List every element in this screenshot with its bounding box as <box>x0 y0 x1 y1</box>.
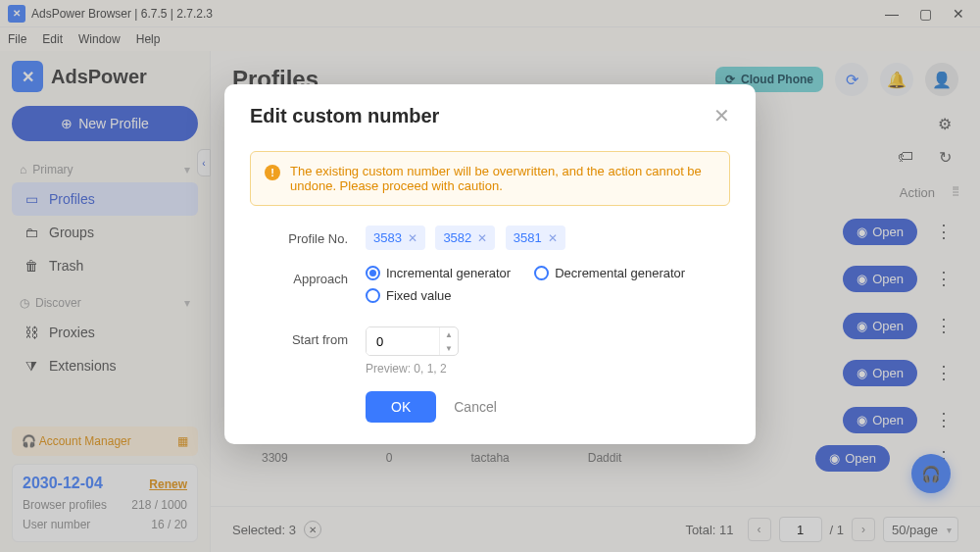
radio-fixed[interactable]: Fixed value <box>366 288 451 303</box>
radio-icon <box>366 266 380 280</box>
start-from-label: Start from <box>250 326 366 376</box>
remove-tag-button[interactable]: ✕ <box>408 231 417 245</box>
remove-tag-button[interactable]: ✕ <box>548 231 558 245</box>
warning-text: The existing custom number will be overw… <box>290 164 715 193</box>
profile-tag: 3581✕ <box>506 226 565 250</box>
modal-overlay: Edit custom number ✕ ! The existing cust… <box>0 0 980 552</box>
cancel-button[interactable]: Cancel <box>454 399 497 415</box>
stepper-down[interactable]: ▼ <box>440 341 458 355</box>
profile-tag: 3583✕ <box>366 226 425 250</box>
radio-icon <box>366 288 380 303</box>
modal-close-button[interactable]: ✕ <box>713 104 730 127</box>
edit-custom-number-modal: Edit custom number ✕ ! The existing cust… <box>224 84 756 444</box>
start-from-input[interactable] <box>367 327 439 355</box>
ok-button[interactable]: OK <box>366 391 436 423</box>
profile-no-label: Profile No. <box>250 226 366 250</box>
profile-tag: 3582✕ <box>435 226 495 250</box>
approach-label: Approach <box>250 266 366 311</box>
preview-text: Preview: 0, 1, 2 <box>366 362 730 376</box>
radio-icon <box>534 266 549 280</box>
warning-banner: ! The existing custom number will be ove… <box>250 151 730 206</box>
radio-decremental[interactable]: Decremental generator <box>534 266 685 280</box>
warning-icon: ! <box>265 165 280 180</box>
## stepper-up[interactable]: ▲ <box>440 327 458 341</box>
remove-tag-button[interactable]: ✕ <box>477 231 487 245</box>
radio-incremental[interactable]: Incremental generator <box>366 266 511 280</box>
modal-title: Edit custom number <box>250 105 713 127</box>
